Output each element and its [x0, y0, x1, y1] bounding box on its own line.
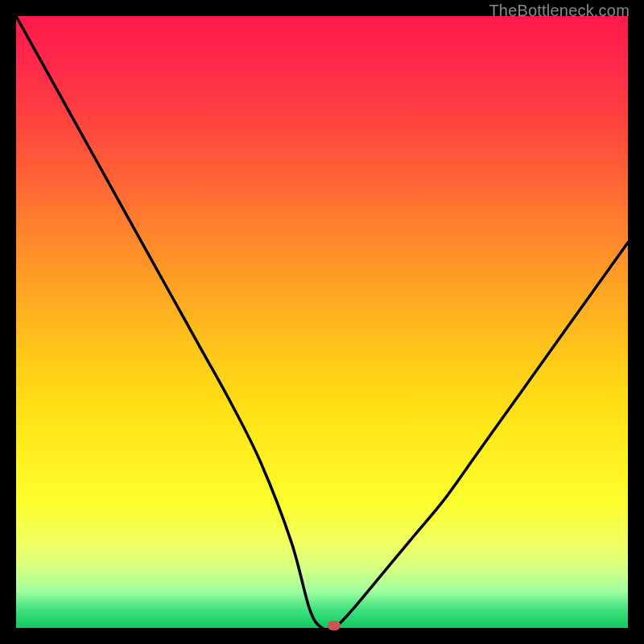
- bottleneck-curve: [16, 16, 628, 628]
- watermark-text: TheBottleneck.com: [489, 2, 630, 20]
- optimal-point-marker: [328, 621, 341, 630]
- chart-container: TheBottleneck.com: [0, 0, 644, 644]
